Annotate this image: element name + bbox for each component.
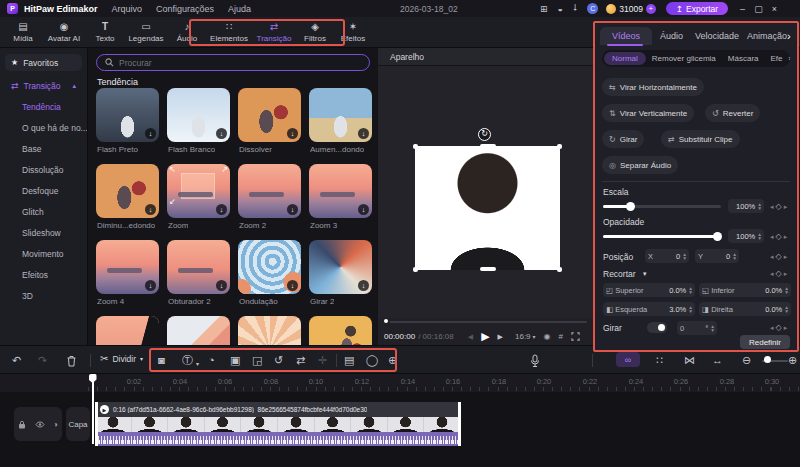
step-down-icon[interactable]: ▾ — [758, 206, 761, 211]
tab-texto[interactable]: TTexto — [86, 22, 124, 43]
subtab-remover-glicemia[interactable]: Remover glicemia — [646, 54, 722, 63]
download-icon[interactable]: ↓ — [145, 204, 156, 215]
sidebar-group-transicao[interactable]: ⇄ Transição ▴ — [5, 78, 82, 94]
sidebar-item-slideshow[interactable]: Slideshow — [0, 223, 87, 244]
subtab-normal[interactable]: Normal — [604, 52, 646, 65]
reset-button[interactable]: Redefinir — [740, 335, 790, 349]
menu-configuracoes[interactable]: Configurações — [156, 4, 214, 14]
split-button[interactable]: ✂ Dividir ▾ — [100, 353, 143, 364]
tab-filtros[interactable]: ◈Filtros — [296, 22, 334, 43]
crop-right-input[interactable]: ◨ Direita0.0%▴▾ — [699, 302, 791, 316]
tab-audio[interactable]: Áudio — [660, 27, 683, 45]
download-icon[interactable]: ↓ — [358, 280, 369, 291]
user-avatar[interactable]: C — [587, 3, 598, 14]
position-keyframe-control[interactable]: ◂◇▸ — [770, 252, 787, 261]
rotate-handle-icon[interactable]: ↻ — [478, 128, 491, 141]
download-icon[interactable]: ↓ — [358, 204, 369, 215]
subtab-mascara[interactable]: Máscara — [722, 54, 765, 63]
transition-item[interactable]: ↓Flash Preto — [96, 88, 159, 164]
download-icon[interactable]: ↓ — [216, 280, 227, 291]
transition-item[interactable] — [167, 316, 230, 345]
rotate-button[interactable]: ↻Girar — [602, 130, 644, 148]
transition-item[interactable] — [309, 316, 372, 345]
selection-handle-corner[interactable] — [413, 267, 418, 272]
play-button[interactable]: ▶ — [481, 330, 489, 343]
download-icon[interactable]: ↓ — [216, 128, 227, 139]
transition-item[interactable]: ↓Flash Branco — [167, 88, 230, 164]
download-icon[interactable]: ↓ — [287, 280, 298, 291]
fullscreen-icon[interactable] — [571, 332, 580, 341]
selection-handle-bottom[interactable] — [480, 267, 496, 271]
preview-scrubber[interactable] — [384, 321, 587, 323]
transition-item[interactable]: ↓Zoom 2 — [238, 164, 301, 240]
camera-tool-icon[interactable]: ⊕ — [388, 353, 397, 367]
position-x-input[interactable]: X0▴▾ — [645, 249, 689, 263]
sidebar-item-base[interactable]: Base — [0, 139, 87, 160]
snapshot-icon[interactable]: ◉ — [544, 332, 551, 341]
marker-tool-icon[interactable]: ∷ — [656, 353, 663, 367]
aspect-ratio-select[interactable]: 16:9 — [515, 332, 531, 341]
link-clips-toggle[interactable]: ∞ — [616, 352, 640, 367]
scale-tool-icon[interactable]: ◲ — [252, 353, 262, 367]
text-tool-icon[interactable]: Ⓣ — [182, 353, 193, 367]
prev-frame-button[interactable]: ◀ — [468, 333, 473, 341]
subtab-efeitos[interactable]: Efe — [765, 54, 789, 63]
sidebar-item-efeitos[interactable]: Efeitos — [0, 265, 87, 286]
transition-item[interactable] — [96, 316, 159, 345]
tab-velocidade[interactable]: Velocidade — [695, 27, 739, 45]
selection-handle-corner[interactable] — [557, 267, 562, 272]
tab-avatar-ai[interactable]: ◉Avatar AI — [42, 22, 86, 43]
next-frame-button[interactable]: ▶ — [498, 333, 503, 341]
crop-keyframe-control[interactable]: ◂◇▸ — [770, 269, 787, 278]
preview-image[interactable] — [415, 146, 560, 270]
reverse-tool-icon[interactable]: ↺ — [274, 353, 283, 367]
opacity-keyframe-control[interactable]: ◂◇▸ — [770, 232, 787, 241]
scrubber-knob[interactable] — [382, 317, 390, 325]
video-clip[interactable]: ▶ 0:16 (af7dd51a-6662-4ae8-96c6-bd96ebb9… — [95, 402, 461, 446]
tab-videos[interactable]: Vídeos — [600, 27, 652, 45]
crop-bottom-input[interactable]: ◱ Inferior0.0%▴▾ — [699, 283, 791, 297]
transition-item[interactable]: ↖↗↙↓Zoom — [167, 164, 230, 240]
timeline-ruler[interactable]: 0:02 0:04 0:06 0:08 0:10 0:12 0:14 0:16 … — [0, 374, 800, 392]
download-icon[interactable]: ↓ — [216, 204, 227, 215]
cover-button[interactable]: Capa — [66, 407, 90, 441]
tab-midia[interactable]: ▤Mídia — [4, 22, 42, 43]
transition-item[interactable]: ↓Aumen...dondo — [309, 88, 372, 164]
redo-button[interactable]: ↷ — [38, 353, 47, 367]
flip-vertical-button[interactable]: ⇅Virar Verticalmente — [602, 104, 694, 122]
delete-icon[interactable] — [66, 355, 77, 367]
sidebar-item-novidades[interactable]: O que há de no... — [0, 118, 87, 139]
mute-icon[interactable]: ◑ — [53, 420, 58, 429]
range-tool-icon[interactable]: ↔ — [712, 353, 723, 367]
layout-panel-icon[interactable]: ⊞ — [540, 4, 548, 14]
transition-item[interactable]: ↓Obturador 2 — [167, 240, 230, 316]
download-icon[interactable]: ↓ — [145, 280, 156, 291]
sidebar-item-movimento[interactable]: Movimento — [0, 244, 87, 265]
tab-elementos[interactable]: ∷Elementos — [206, 22, 252, 43]
move-tool-icon[interactable]: ✛ — [318, 353, 327, 367]
window-maximize-button[interactable]: ▢ — [754, 4, 763, 14]
menu-ajuda[interactable]: Ajuda — [228, 4, 251, 14]
transition-item[interactable]: ↓Zoom 4 — [96, 240, 159, 316]
reverse-button[interactable]: ↺Reverter — [705, 104, 760, 122]
tab-transicao[interactable]: ⇄Transição — [252, 22, 296, 43]
rotate-keyframe-control[interactable]: ◂◇▸ — [770, 323, 787, 332]
transition-item[interactable]: ↓Diminu...edondo — [96, 164, 159, 240]
eye-icon[interactable] — [35, 421, 45, 428]
search-input[interactable] — [119, 58, 339, 68]
window-close-button[interactable]: × — [772, 4, 777, 14]
playhead-line[interactable] — [92, 374, 94, 444]
download-icon[interactable]: ↓ — [358, 128, 369, 139]
download-icon[interactable]: ↓ — [287, 204, 298, 215]
scale-keyframe-control[interactable]: ◂◇▸ — [770, 202, 787, 211]
sidebar-item-dissolucao[interactable]: Dissolução — [0, 160, 87, 181]
search-bar[interactable] — [96, 54, 370, 71]
frame-tool-icon[interactable]: ▤ — [344, 353, 354, 367]
selection-handle-corner[interactable] — [557, 144, 562, 149]
sidebar-item-glitch[interactable]: Glitch — [0, 202, 87, 223]
replace-clip-button[interactable]: ⇄Substituir Clipe — [661, 130, 740, 148]
crop-chevron-icon[interactable]: ▾ — [643, 270, 647, 278]
tab-legendas[interactable]: ▭Legendas — [124, 22, 168, 43]
feedback-bubble-icon[interactable]: ◒ — [558, 4, 563, 14]
clip-trim-handle-left[interactable] — [95, 402, 98, 446]
